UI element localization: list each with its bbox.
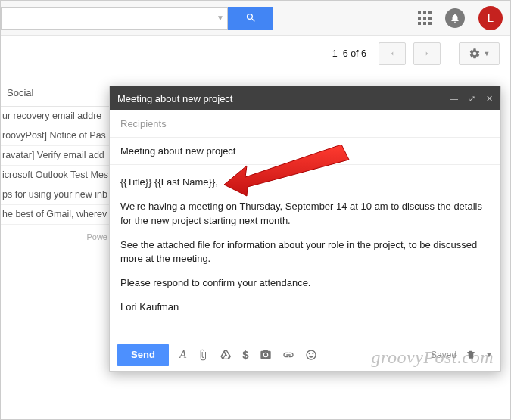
drive-icon [220, 349, 232, 361]
prev-page-button[interactable] [379, 42, 406, 65]
smile-icon [305, 349, 317, 361]
bell-icon [450, 13, 460, 23]
link-icon [282, 349, 294, 361]
page-count: 1–6 of 6 [332, 48, 366, 59]
photo-button[interactable] [260, 349, 272, 361]
body-signature: Lori Kaufman [120, 300, 490, 315]
next-page-button[interactable] [413, 42, 441, 65]
chevron-left-icon [388, 50, 396, 58]
send-button[interactable]: Send [117, 344, 169, 366]
camera-icon [260, 349, 272, 361]
expand-icon[interactable]: ⤢ [469, 94, 475, 104]
arrow-icon [220, 143, 357, 204]
tab-social[interactable]: Social [1, 79, 109, 107]
email-row[interactable]: ur recovery email addre [1, 107, 109, 126]
drive-button[interactable] [220, 349, 232, 361]
powered-text: Powe [1, 225, 109, 249]
apps-icon[interactable] [418, 11, 432, 25]
email-row[interactable]: ravatar] Verify email add [1, 146, 109, 166]
annotation-arrow [220, 143, 357, 207]
recipients-field[interactable]: Recipients [110, 110, 500, 138]
email-row[interactable]: roovyPost] Notice of Pas [1, 126, 109, 146]
search-input[interactable]: ▼ [1, 7, 228, 30]
compose-header[interactable]: Meeting about new project — ⤢ ✕ [110, 86, 500, 110]
avatar[interactable]: L [478, 6, 503, 30]
email-row[interactable]: ps for using your new inb [1, 185, 109, 205]
list-toolbar: 1–6 of 6 ▼ [1, 36, 510, 72]
gear-icon [469, 48, 481, 60]
link-button[interactable] [282, 349, 294, 361]
compose-title: Meeting about new project [117, 93, 232, 104]
paperclip-icon [197, 349, 209, 361]
top-right-icons: L [418, 6, 503, 30]
formatting-button[interactable]: A [179, 348, 186, 361]
search-icon [245, 12, 257, 23]
email-row[interactable]: he best of Gmail, wherev [1, 205, 109, 225]
watermark-text: groovyPost.com [372, 347, 494, 368]
emoji-button[interactable] [305, 349, 317, 361]
search-button[interactable] [228, 7, 273, 30]
body-paragraph: Please respond to confirm your attendanc… [120, 276, 490, 291]
inbox-left-snippets: Social ur recovery email addre roovyPost… [1, 79, 109, 249]
compose-window: Meeting about new project — ⤢ ✕ Recipien… [109, 86, 501, 372]
body-paragraph: See the attached file for information ab… [120, 238, 490, 267]
top-bar: ▼ L [1, 1, 510, 36]
compose-window-controls: — ⤢ ✕ [450, 94, 493, 104]
settings-button[interactable]: ▼ [459, 42, 500, 65]
attach-button[interactable] [197, 349, 209, 361]
email-row[interactable]: icrosoft Outlook Test Mes [1, 166, 109, 185]
caret-down-icon: ▼ [484, 50, 491, 58]
notifications-button[interactable] [445, 8, 465, 28]
search-options-caret[interactable]: ▼ [213, 14, 227, 22]
money-button[interactable]: $ [242, 348, 248, 361]
close-icon[interactable]: ✕ [486, 94, 493, 104]
chevron-right-icon [423, 50, 431, 58]
minimize-icon[interactable]: — [450, 94, 458, 104]
